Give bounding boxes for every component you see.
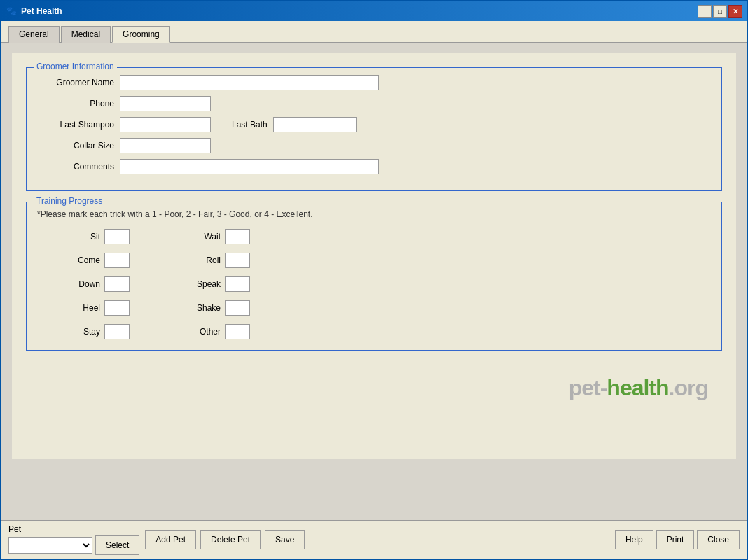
close-title-button[interactable]: ✕ [728, 5, 742, 18]
restore-button[interactable]: □ [713, 5, 727, 18]
inner-content: Groomer Information Groomer Name Phone L… [12, 53, 736, 459]
trick-stay-label: Stay [65, 327, 100, 337]
trick-down-label: Down [65, 279, 100, 289]
groomer-section-title: Groomer Information [34, 62, 117, 71]
trick-shake-label: Shake [186, 303, 221, 313]
comments-label: Comments [37, 162, 114, 172]
training-note: *Please mark each trick with a 1 - Poor,… [37, 209, 711, 219]
phone-label: Phone [37, 99, 114, 108]
delete-pet-button[interactable]: Delete Pet [200, 530, 261, 550]
trick-wait-input[interactable] [225, 229, 250, 244]
window-title: Pet Health [21, 6, 698, 16]
trick-heel-row: Heel [65, 300, 130, 316]
help-button[interactable]: Help [615, 530, 653, 550]
pet-label: Pet [8, 524, 139, 534]
shampoo-bath-row: Last Shampoo Last Bath [37, 117, 711, 132]
pet-section: Pet Select [8, 524, 139, 555]
training-section: Training Progress *Please mark each tric… [26, 202, 722, 351]
footer: Pet Select Add Pet Delete Pet Save Help … [1, 520, 747, 559]
trick-stay-row: Stay [65, 324, 130, 340]
select-button[interactable]: Select [95, 536, 139, 555]
trick-speak-label: Speak [186, 279, 221, 289]
collar-size-row: Collar Size [37, 138, 711, 153]
trick-come-label: Come [65, 255, 100, 265]
groomer-info-section: Groomer Information Groomer Name Phone L… [26, 67, 722, 191]
trick-heel-label: Heel [65, 303, 100, 313]
trick-sit-label: Sit [65, 232, 100, 241]
collar-size-label: Collar Size [37, 141, 114, 150]
last-bath-input[interactable] [273, 117, 357, 132]
trick-roll-row: Roll [186, 253, 250, 268]
tab-general[interactable]: General [8, 26, 60, 43]
logo-part3: .org [669, 375, 708, 400]
footer-main-buttons: Add Pet Delete Pet Save [145, 530, 305, 550]
trick-stay-input[interactable] [104, 324, 130, 340]
trick-roll-label: Roll [186, 255, 221, 265]
footer-right-buttons: Help Print Close [615, 530, 740, 550]
last-bath-label: Last Bath [232, 120, 268, 130]
app-icon: 🐾 [6, 6, 17, 17]
main-window: 🐾 Pet Health _ □ ✕ General Medical Groom… [0, 0, 748, 560]
pet-controls: Select [8, 536, 139, 555]
trick-come-input[interactable] [104, 253, 130, 268]
trick-other-row: Other [186, 324, 250, 340]
logo-part1: pet- [569, 375, 607, 400]
trick-wait-row: Wait [186, 229, 250, 244]
main-content: Groomer Information Groomer Name Phone L… [1, 43, 747, 520]
tricks-left-column: Sit Come Down Heel [65, 229, 130, 340]
trick-sit-row: Sit [65, 229, 130, 244]
phone-input[interactable] [120, 96, 211, 111]
trick-down-row: Down [65, 276, 130, 292]
logo-part2: health [607, 375, 668, 400]
trick-shake-input[interactable] [225, 300, 250, 316]
trick-roll-input[interactable] [225, 253, 250, 268]
collar-size-input[interactable] [120, 138, 211, 153]
add-pet-button[interactable]: Add Pet [145, 530, 196, 550]
comments-input[interactable] [120, 159, 379, 174]
title-bar-buttons: _ □ ✕ [698, 5, 742, 18]
trick-wait-label: Wait [186, 232, 221, 241]
save-button[interactable]: Save [265, 530, 305, 550]
groomer-name-row: Groomer Name [37, 75, 711, 90]
trick-sit-input[interactable] [104, 229, 130, 244]
comments-row: Comments [37, 159, 711, 174]
groomer-name-label: Groomer Name [37, 78, 114, 88]
groomer-name-input[interactable] [120, 75, 379, 90]
last-shampoo-input[interactable] [120, 117, 211, 132]
trick-come-row: Come [65, 253, 130, 268]
trick-other-label: Other [186, 327, 221, 337]
trick-heel-input[interactable] [104, 300, 130, 316]
minimize-button[interactable]: _ [698, 5, 712, 18]
tab-bar: General Medical Grooming [1, 21, 747, 43]
pet-dropdown[interactable] [8, 537, 92, 554]
close-button[interactable]: Close [697, 530, 740, 550]
tab-medical[interactable]: Medical [61, 26, 111, 43]
phone-row: Phone [37, 96, 711, 111]
logo-area: pet-health.org [26, 361, 722, 408]
training-section-title: Training Progress [34, 196, 105, 206]
title-bar: 🐾 Pet Health _ □ ✕ [1, 1, 747, 21]
trick-speak-input[interactable] [225, 276, 250, 292]
trick-other-input[interactable] [225, 324, 250, 340]
trick-speak-row: Speak [186, 276, 250, 292]
print-button[interactable]: Print [656, 530, 695, 550]
tricks-grid: Sit Come Down Heel [37, 229, 711, 340]
trick-down-input[interactable] [104, 276, 130, 292]
trick-shake-row: Shake [186, 300, 250, 316]
tab-grooming[interactable]: Grooming [112, 26, 170, 43]
last-shampoo-label: Last Shampoo [37, 120, 114, 130]
tricks-right-column: Wait Roll Speak Shake [186, 229, 250, 340]
logo: pet-health.org [569, 375, 708, 401]
